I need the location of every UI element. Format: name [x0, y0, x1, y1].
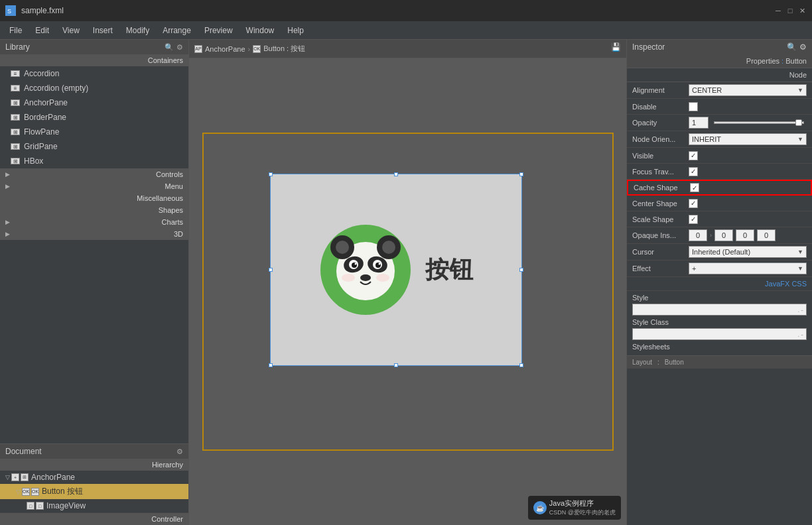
- effect-dropdown[interactable]: + ▼: [689, 262, 807, 274]
- charts-expand-icon[interactable]: ▶: [5, 219, 10, 225]
- title-bar: S sample.fxml ─ □ ✕: [0, 0, 812, 21]
- breadcrumb-separator: ›: [248, 45, 251, 53]
- opacity-input[interactable]: 1: [689, 117, 709, 129]
- controls-expand-icon[interactable]: ▶: [5, 171, 10, 178]
- handle-top-right[interactable]: [519, 172, 523, 176]
- alignment-dropdown-arrow: ▼: [797, 87, 803, 93]
- style-class-input[interactable]: . -: [632, 328, 807, 340]
- handle-mid-right[interactable]: [519, 268, 523, 272]
- hierarchy-item-imageview[interactable]: □ □ ImageView: [0, 499, 188, 512]
- handle-bottom-center[interactable]: [394, 363, 398, 367]
- menu-file[interactable]: File: [3, 23, 29, 38]
- handle-top-center[interactable]: [394, 172, 398, 176]
- focus-trav-checkbox[interactable]: [689, 167, 698, 176]
- menu-arrange[interactable]: Arrange: [156, 23, 198, 38]
- menu-modify[interactable]: Modify: [119, 23, 156, 38]
- handle-mid-left[interactable]: [269, 268, 273, 272]
- node-orient-dropdown[interactable]: INHERIT ▼: [689, 133, 807, 145]
- library-item-flowpane[interactable]: ⊞ FlowPane: [0, 125, 188, 139]
- anchor-pane[interactable]: 按钮: [202, 133, 614, 451]
- breadcrumb-anchorpane[interactable]: AP AnchorPane: [194, 45, 245, 53]
- inspector-search-icon[interactable]: 🔍: [787, 42, 797, 52]
- opaque-inputs: 0 › 0 0 0: [689, 229, 776, 241]
- library-item-accordion[interactable]: ≡ Accordion: [0, 66, 188, 81]
- threed-expand-icon[interactable]: ▶: [5, 231, 10, 237]
- opaque-input-1[interactable]: 0: [714, 229, 733, 241]
- library-item-hbox[interactable]: ⊞ HBox: [0, 154, 188, 168]
- library-item-gridpane[interactable]: ⊞ GridPane: [0, 139, 188, 154]
- canvas-save-icon[interactable]: 💾: [611, 42, 621, 52]
- style-add-btn[interactable]: .: [797, 306, 799, 314]
- scale-shape-value: [689, 215, 807, 224]
- opaque-input-3[interactable]: 0: [757, 229, 776, 241]
- menu-insert[interactable]: Insert: [86, 23, 119, 38]
- minimize-button[interactable]: ─: [774, 6, 783, 15]
- button-node-icon1: OK: [22, 488, 30, 496]
- style-class-minus-btn[interactable]: -: [801, 330, 803, 338]
- focus-trav-value: [689, 167, 807, 176]
- library-item-accordion-empty[interactable]: ≡ Accordion (empty): [0, 81, 188, 95]
- style-label: Style: [632, 294, 807, 302]
- handle-bottom-right[interactable]: [519, 363, 523, 367]
- threed-header: ▶ 3D: [0, 228, 188, 240]
- opacity-slider[interactable]: [714, 121, 804, 124]
- alignment-label: Alignment: [632, 86, 689, 94]
- menu-view[interactable]: View: [56, 23, 86, 38]
- cursor-dropdown[interactable]: Inherited (Default) ▼: [689, 246, 807, 258]
- cache-shape-checkbox[interactable]: [690, 183, 699, 192]
- hierarchy-header: Hierarchy: [0, 459, 188, 471]
- style-add-controls: . -: [797, 306, 803, 314]
- breadcrumb-button[interactable]: OK Button : 按钮: [253, 44, 305, 54]
- center-shape-checkbox[interactable]: [689, 199, 698, 208]
- library-search-icon[interactable]: 🔍: [165, 43, 174, 52]
- opaque-arrow-0[interactable]: ›: [710, 232, 712, 239]
- hierarchy-item-button[interactable]: ▽ OK OK Button 按钮: [0, 484, 188, 499]
- gridpane-icon: ⊞: [11, 143, 20, 150]
- scale-shape-checkbox[interactable]: [689, 215, 698, 224]
- library-item-borderpane[interactable]: ⊞ BorderPane: [0, 110, 188, 125]
- button-element[interactable]: 按钮: [270, 174, 522, 366]
- menu-edit[interactable]: Edit: [29, 23, 56, 38]
- charts-header: ▶ Charts: [0, 216, 188, 228]
- maximize-button[interactable]: □: [785, 6, 795, 15]
- document-gear-icon[interactable]: ⚙: [176, 447, 183, 456]
- menu-expand-icon[interactable]: ▶: [5, 183, 10, 190]
- threed-label: 3D: [174, 230, 183, 238]
- svg-point-5: [336, 241, 349, 254]
- prop-row-scale-shape: Scale Shape: [627, 211, 812, 227]
- style-minus-btn[interactable]: -: [801, 306, 803, 314]
- close-button[interactable]: ✕: [797, 6, 807, 15]
- javafx-css-link[interactable]: JavaFX CSS: [627, 277, 812, 291]
- menu-help[interactable]: Help: [281, 23, 310, 38]
- opaque-input-0[interactable]: 0: [689, 229, 707, 241]
- stylesheets-label: Stylesheets: [632, 343, 807, 351]
- accordion-empty-icon: ≡: [11, 85, 20, 91]
- menu-preview[interactable]: Preview: [198, 23, 239, 38]
- node-orient-label: Node Orien...: [632, 135, 689, 143]
- properties-label: Properties: [746, 57, 779, 65]
- style-input[interactable]: . -: [632, 304, 807, 316]
- menu-window[interactable]: Window: [239, 23, 281, 38]
- left-panel: Library 🔍 ⚙ Containers ≡ Accordion ≡ Acc…: [0, 40, 189, 525]
- effect-arrow: ▼: [797, 265, 803, 272]
- disable-checkbox[interactable]: [689, 102, 698, 111]
- svg-point-18: [376, 274, 389, 282]
- visible-checkbox[interactable]: [689, 151, 698, 160]
- node-subheader: Node: [627, 68, 812, 82]
- library-scroll-area[interactable]: Containers ≡ Accordion ≡ Accordion (empt…: [0, 54, 188, 443]
- inspector-header: Inspector 🔍 ⚙: [627, 40, 812, 54]
- library-gear-icon[interactable]: ⚙: [176, 43, 183, 52]
- opaque-label: Opaque Ins...: [632, 231, 689, 239]
- style-class-add-btn[interactable]: .: [797, 330, 799, 338]
- library-item-anchorpane[interactable]: ⊞ AnchorPane: [0, 95, 188, 110]
- hierarchy-item-anchorpane[interactable]: ▽ + ⊞ AnchorPane: [0, 471, 188, 484]
- alignment-dropdown[interactable]: CENTER ▼: [689, 84, 807, 96]
- bc-anchorpane-icon: AP: [194, 45, 202, 53]
- main-layout: Library 🔍 ⚙ Containers ≡ Accordion ≡ Acc…: [0, 40, 812, 525]
- prop-row-cursor: Cursor Inherited (Default) ▼: [627, 244, 812, 261]
- handle-bottom-left[interactable]: [269, 363, 273, 367]
- watermark-icon: ☕: [533, 501, 547, 514]
- inspector-gear-icon[interactable]: ⚙: [799, 42, 807, 52]
- opaque-input-2[interactable]: 0: [736, 229, 754, 241]
- handle-top-left[interactable]: [269, 172, 273, 176]
